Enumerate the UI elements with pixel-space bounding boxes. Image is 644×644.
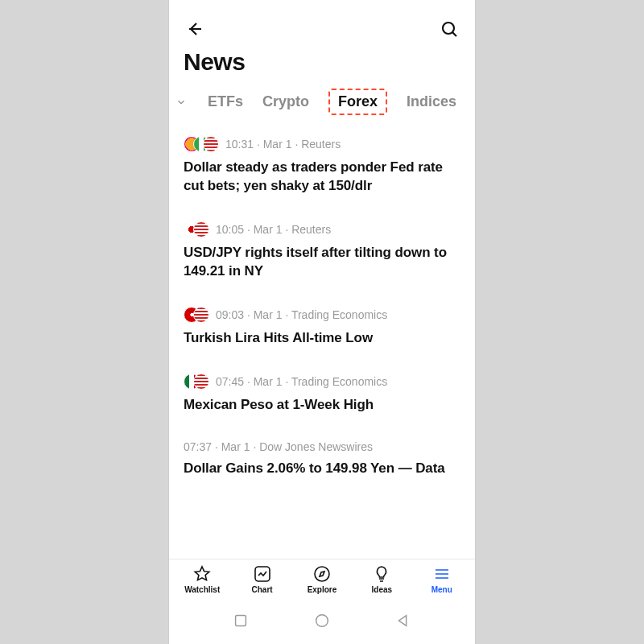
page-title: News xyxy=(169,45,475,80)
currency-flags xyxy=(184,307,209,323)
menu-icon xyxy=(432,564,452,584)
news-meta-row: 07:37 · Mar 1 · Dow Jones Newswires xyxy=(184,440,460,453)
star-icon xyxy=(192,564,212,584)
news-item[interactable]: 07:37 · Mar 1 · Dow Jones NewswiresDolla… xyxy=(184,432,460,496)
triangle-left-icon xyxy=(394,612,412,630)
news-headline: USD/JPY rights itself after tilting down… xyxy=(184,244,460,281)
search-icon xyxy=(440,19,459,39)
news-meta: 10:31 · Mar 1 · Reuters xyxy=(225,138,341,151)
currency-flags xyxy=(184,136,219,152)
tabs-scroll-left[interactable] xyxy=(175,97,188,108)
news-meta-row: 10:31 · Mar 1 · Reuters xyxy=(184,136,460,152)
news-headline: Mexican Peso at 1-Week High xyxy=(184,396,460,415)
tab-etfs[interactable]: ETFs xyxy=(208,93,243,110)
search-button[interactable] xyxy=(438,18,460,40)
circle-icon xyxy=(313,612,331,630)
back-arrow-icon xyxy=(185,19,204,39)
sys-recent-button[interactable] xyxy=(232,612,250,630)
bottom-tab-bar: Watchlist Chart Explore Ideas Menu xyxy=(169,559,475,599)
news-meta-row: 09:03 · Mar 1 · Trading Economics xyxy=(184,307,460,323)
sys-home-button[interactable] xyxy=(313,612,331,630)
currency-flags xyxy=(184,374,209,390)
header-bar xyxy=(169,0,475,45)
tabbar-watchlist[interactable]: Watchlist xyxy=(178,564,226,594)
news-meta: 09:03 · Mar 1 · Trading Economics xyxy=(216,308,387,321)
tabbar-label: Chart xyxy=(252,585,273,594)
tabbar-chart[interactable]: Chart xyxy=(238,564,287,594)
news-item[interactable]: 10:05 · Mar 1 · ReutersUSD/JPY rights it… xyxy=(184,213,460,299)
chart-icon xyxy=(253,564,272,584)
scroll-content: News ETFs Crypto Forex Indices 10:31 · M… xyxy=(169,0,475,559)
news-meta: 07:45 · Mar 1 · Trading Economics xyxy=(216,375,387,388)
app-frame: News ETFs Crypto Forex Indices 10:31 · M… xyxy=(169,0,475,644)
news-item[interactable]: 09:03 · Mar 1 · Trading EconomicsTurkish… xyxy=(184,299,460,365)
news-meta-row: 07:45 · Mar 1 · Trading Economics xyxy=(184,374,460,390)
flag-icon xyxy=(193,374,209,390)
svg-point-2 xyxy=(315,567,329,581)
category-tabs: ETFs Crypto Forex Indices xyxy=(169,80,475,126)
flag-icon xyxy=(193,221,209,237)
svg-rect-3 xyxy=(235,616,246,626)
tab-forex[interactable]: Forex xyxy=(328,89,387,115)
sys-back-button[interactable] xyxy=(394,612,412,630)
tabbar-label: Watchlist xyxy=(184,585,220,594)
news-item[interactable]: 10:31 · Mar 1 · ReutersDollar steady as … xyxy=(184,128,460,213)
tabbar-label: Ideas xyxy=(372,585,393,594)
tabbar-ideas[interactable]: Ideas xyxy=(357,564,406,594)
back-button[interactable] xyxy=(184,18,206,40)
tab-indices[interactable]: Indices xyxy=(407,93,456,110)
news-headline: Turkish Lira Hits All-time Low xyxy=(184,329,460,348)
svg-point-0 xyxy=(443,23,454,34)
news-meta: 10:05 · Mar 1 · Reuters xyxy=(216,223,331,236)
system-nav-bar xyxy=(169,599,475,644)
flag-icon xyxy=(193,307,209,323)
news-headline: Dollar steady as traders ponder Fed rate… xyxy=(184,159,460,196)
tabbar-explore[interactable]: Explore xyxy=(298,564,346,594)
lightbulb-icon xyxy=(372,564,391,584)
svg-point-4 xyxy=(316,615,328,627)
news-meta-row: 10:05 · Mar 1 · Reuters xyxy=(184,221,460,237)
square-icon xyxy=(232,612,250,630)
tabbar-menu[interactable]: Menu xyxy=(418,564,466,594)
news-meta: 07:37 · Mar 1 · Dow Jones Newswires xyxy=(184,440,373,453)
chevron-down-icon xyxy=(175,97,187,108)
tabbar-label: Menu xyxy=(431,585,452,594)
news-list: 10:31 · Mar 1 · ReutersDollar steady as … xyxy=(169,126,475,496)
tabbar-label: Explore xyxy=(308,585,337,594)
news-item[interactable]: 07:45 · Mar 1 · Trading EconomicsMexican… xyxy=(184,365,460,432)
flag-icon xyxy=(203,136,219,152)
currency-flags xyxy=(184,221,209,237)
news-headline: Dollar Gains 2.06% to 149.98 Yen — Data xyxy=(184,460,460,478)
tab-crypto[interactable]: Crypto xyxy=(262,93,309,110)
compass-icon xyxy=(312,564,332,584)
